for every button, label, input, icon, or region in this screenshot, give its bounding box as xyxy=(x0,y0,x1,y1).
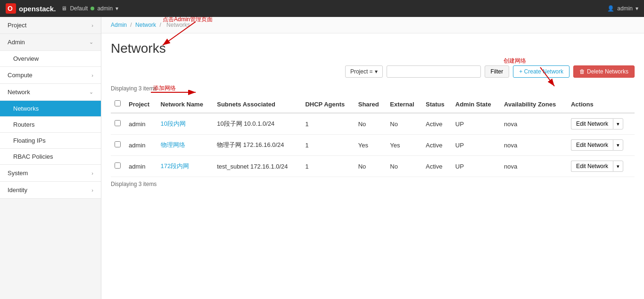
col-network-name: Network Name xyxy=(157,96,214,113)
sidebar-item-network[interactable]: Network ⌄ xyxy=(0,84,101,101)
cell-zones-1: nova xyxy=(500,135,567,156)
breadcrumb-sep2: / xyxy=(159,22,161,28)
breadcrumb-current: Networks xyxy=(166,22,190,28)
network-name-link-0[interactable]: 10段内网 xyxy=(161,120,186,127)
cell-external-2: No xyxy=(386,156,422,177)
cell-actions-1: Edit Network ▾ xyxy=(567,135,635,156)
topbar-left: O openstack. 🖥 Default admin ▾ xyxy=(6,3,118,14)
cell-project-0: admin xyxy=(125,113,157,135)
toolbar: Project = ▾ Filter + Create Network 🗑 De… xyxy=(101,62,644,81)
sidebar-item-project-label: Project xyxy=(8,22,26,29)
cell-admin-state-0: UP xyxy=(452,113,500,135)
breadcrumb-admin[interactable]: Admin xyxy=(111,22,127,28)
filter-label: Project = xyxy=(350,68,373,75)
delete-label: Delete Networks xyxy=(587,68,628,75)
sidebar-system-label: System xyxy=(8,170,28,177)
sidebar-item-floating-ips[interactable]: Floating IPs xyxy=(0,133,101,149)
project-filter-dropdown[interactable]: Project = ▾ xyxy=(345,65,383,78)
sidebar-item-identity[interactable]: Identity › xyxy=(0,182,101,199)
sidebar-system-arrow: › xyxy=(91,170,93,176)
page-title: Networks xyxy=(101,33,644,62)
svg-text:O: O xyxy=(8,5,13,12)
topbar-logo-text: openstack. xyxy=(19,5,56,13)
col-dhcp: DHCP Agents xyxy=(301,96,354,113)
col-subnets: Subnets Associated xyxy=(213,96,301,113)
cell-project-1: admin xyxy=(125,135,157,156)
sidebar-item-rbac[interactable]: RBAC Policies xyxy=(0,149,101,165)
row-checkbox-1[interactable] xyxy=(115,141,121,147)
edit-network-button-1[interactable]: Edit Network xyxy=(571,139,613,151)
sidebar-item-compute[interactable]: Compute › xyxy=(0,67,101,84)
search-input[interactable] xyxy=(387,65,481,78)
col-project: Project xyxy=(125,96,157,113)
openstack-logo-icon: O xyxy=(6,3,16,14)
sidebar-item-overview[interactable]: Overview xyxy=(0,51,101,67)
row-checkbox-0[interactable] xyxy=(115,120,121,126)
cell-network-name-0: 10段内网 xyxy=(157,113,214,135)
sidebar-admin-arrow: ⌄ xyxy=(89,39,93,45)
edit-network-dropdown-0[interactable]: ▾ xyxy=(613,118,623,129)
sidebar-routers-label: Routers xyxy=(13,121,35,128)
breadcrumb: Admin / Network / Networks xyxy=(101,17,644,33)
cell-zones-2: nova xyxy=(500,156,567,177)
sidebar-rbac-label: RBAC Policies xyxy=(13,153,53,160)
topbar-dropdown-arrow: ▾ xyxy=(116,5,118,12)
table-header-row: Project Network Name Subnets Associated … xyxy=(111,96,635,113)
sidebar: Project › Admin ⌄ Overview Compute › Net… xyxy=(0,17,101,299)
topbar-user-menu[interactable]: 👤 admin ▾ xyxy=(607,5,638,12)
sidebar-item-project[interactable]: Project › xyxy=(0,17,101,34)
sidebar-compute-arrow: › xyxy=(91,73,93,78)
sidebar-compute-label: Compute xyxy=(8,72,33,79)
topbar-project-selector[interactable]: 🖥 Default admin ▾ xyxy=(61,5,118,12)
row-checkbox-2[interactable] xyxy=(115,162,121,169)
col-status: Status xyxy=(422,96,452,113)
dot-indicator xyxy=(91,7,94,10)
topbar: O openstack. 🖥 Default admin ▾ 👤 admin ▾ xyxy=(0,0,644,17)
cell-status-2: Active xyxy=(422,156,452,177)
cell-external-1: Yes xyxy=(386,135,422,156)
sidebar-item-system[interactable]: System › xyxy=(0,165,101,182)
networks-table: Project Network Name Subnets Associated … xyxy=(111,96,635,177)
edit-network-button-2[interactable]: Edit Network xyxy=(571,161,613,172)
edit-network-dropdown-1[interactable]: ▾ xyxy=(613,139,623,151)
project-label: Default xyxy=(70,5,88,12)
edit-network-button-0[interactable]: Edit Network xyxy=(571,118,613,129)
cell-admin-state-2: UP xyxy=(452,156,500,177)
edit-network-dropdown-2[interactable]: ▾ xyxy=(613,161,623,172)
delete-networks-button[interactable]: 🗑 Delete Networks xyxy=(573,65,635,78)
table-row: admin 10段内网 10段子网 10.0.1.0/24 1 No No Ac… xyxy=(111,113,635,135)
network-name-link-2[interactable]: 172段内网 xyxy=(161,162,190,170)
cell-dhcp-1: 1 xyxy=(301,135,354,156)
cell-subnets-1: 物理子网 172.16.16.0/24 xyxy=(213,135,301,156)
topbar-user-arrow: ▾ xyxy=(636,5,638,12)
col-admin-state: Admin State xyxy=(452,96,500,113)
cell-actions-0: Edit Network ▾ xyxy=(567,113,635,135)
create-network-button[interactable]: + Create Network xyxy=(513,65,570,78)
filter-button[interactable]: Filter xyxy=(485,65,510,78)
cell-admin-state-1: UP xyxy=(452,135,500,156)
cell-actions-2: Edit Network ▾ xyxy=(567,156,635,177)
topbar-user-name: admin xyxy=(617,5,633,12)
sidebar-item-admin[interactable]: Admin ⌄ xyxy=(0,34,101,51)
main-layout: Project › Admin ⌄ Overview Compute › Net… xyxy=(0,17,644,299)
delete-icon: 🗑 xyxy=(579,68,585,75)
breadcrumb-network[interactable]: Network xyxy=(135,22,156,28)
sidebar-networks-label: Networks xyxy=(13,105,39,112)
user-icon: 👤 xyxy=(607,5,614,12)
network-name-link-1[interactable]: 物理网络 xyxy=(161,141,185,148)
select-all-checkbox[interactable] xyxy=(115,100,121,106)
cell-network-name-2: 172段内网 xyxy=(157,156,214,177)
cell-external-0: No xyxy=(386,113,422,135)
sidebar-floating-ips-label: Floating IPs xyxy=(13,137,46,144)
breadcrumb-sep1: / xyxy=(130,22,132,28)
sidebar-item-networks[interactable]: Networks xyxy=(0,101,101,117)
displaying-info-top: Displaying 3 items xyxy=(111,81,635,96)
cell-shared-1: Yes xyxy=(355,135,387,156)
table-row: admin 物理网络 物理子网 172.16.16.0/24 1 Yes Yes… xyxy=(111,135,635,156)
sidebar-item-admin-label: Admin xyxy=(8,39,25,46)
topbar-logo[interactable]: O openstack. xyxy=(6,3,56,14)
sidebar-identity-label: Identity xyxy=(8,186,27,194)
sidebar-overview-label: Overview xyxy=(13,55,39,62)
sidebar-item-routers[interactable]: Routers xyxy=(0,117,101,133)
filter-arrow: ▾ xyxy=(375,68,378,75)
